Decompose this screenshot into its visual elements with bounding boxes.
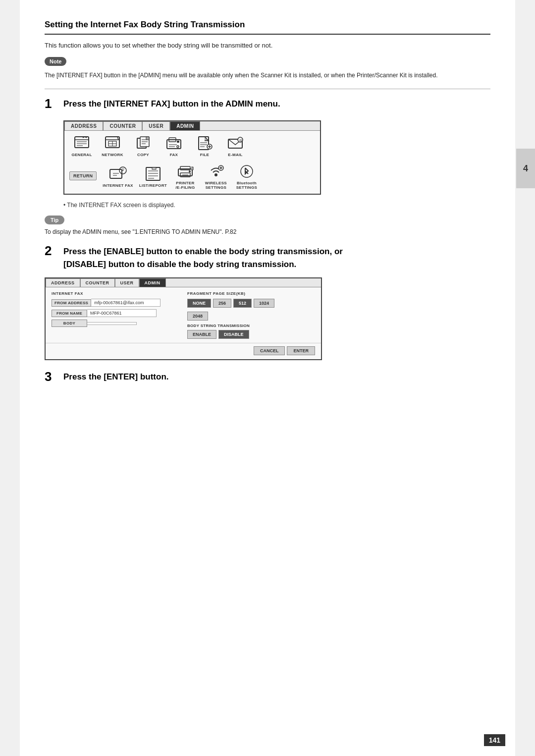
step-3: 3 Press the [ENTER] button. [45, 371, 490, 384]
icon-copy[interactable]: COPY [131, 135, 156, 157]
ifax-tabs: ADDRESS COUNTER USER ADMIN [46, 278, 321, 287]
icon-internet-fax-label: INTERNET FAX [103, 183, 133, 188]
ifax-tab-admin[interactable]: ADMIN [139, 278, 166, 287]
icon-fax[interactable]: FAX [161, 135, 186, 157]
frag-btn-512[interactable]: 512 [233, 299, 252, 308]
ifax-from-address-label: FROM ADDRESS [52, 299, 91, 307]
section-divider [45, 89, 490, 89]
icon-return[interactable]: RETURN [69, 171, 97, 181]
step-1-text: Press the [INTERNET FAX] button in the A… [63, 98, 280, 110]
step-2-number: 2 [45, 243, 56, 259]
side-tab: 4 [516, 149, 535, 188]
fragment-buttons: NONE 256 512 1024 [187, 299, 315, 308]
intro-text: This function allows you to set whether … [45, 42, 490, 49]
tab-counter[interactable]: COUNTER [103, 121, 142, 130]
ifax-left: INTERNET FAX FROM ADDRESS mfp-00c67861@i… [52, 291, 179, 339]
svg-rect-0 [75, 137, 89, 148]
icon-general[interactable]: GENERAL [69, 135, 94, 157]
icon-copy-label: COPY [137, 153, 149, 157]
icon-list-report-label: LIST/REPORT [139, 183, 167, 188]
svg-point-20 [177, 146, 179, 148]
ifax-from-name-row: FROM NAME MFP-00C67861 [52, 309, 179, 317]
icon-bluetooth[interactable]: BluetoothSETTINGS [234, 163, 259, 190]
frag-btn-1024[interactable]: 1024 [254, 299, 274, 308]
step-3-text: Press the [ENTER] button. [63, 371, 169, 383]
return-button[interactable]: RETURN [69, 171, 97, 180]
tip-badge: Tip [45, 216, 64, 224]
svg-rect-17 [177, 141, 179, 143]
ifax-fragment-label: FRAGMENT PAGE SIZE(KB) [187, 291, 315, 296]
step-2: 2 Press the [ENABLE] button to enable th… [45, 245, 490, 270]
icon-fax-label: FAX [170, 153, 178, 157]
step-3-number: 3 [45, 369, 56, 384]
svg-rect-40 [152, 167, 156, 169]
frag-btn-256[interactable]: 256 [213, 299, 231, 308]
svg-text:@: @ [239, 139, 242, 142]
body-string-buttons: ENABLE DISABLE [187, 330, 315, 339]
icon-wireless[interactable]: WIRELESSSETTINGS [204, 163, 228, 190]
tip-box: Tip [45, 215, 490, 224]
tab-address[interactable]: ADDRESS [64, 121, 103, 130]
step-1: 1 Press the [INTERNET FAX] button in the… [45, 98, 490, 111]
ifax-body-row: BODY [52, 320, 179, 327]
ifax-body-label: BODY [52, 320, 87, 327]
admin-tabs: ADDRESS COUNTER USER ADMIN [64, 121, 320, 131]
admin-icons-row2: RETURN INTERNET FAX LIST/REPORT [64, 161, 320, 194]
icon-bluetooth-label: BluetoothSETTINGS [236, 181, 257, 190]
internet-fax-screen: ADDRESS COUNTER USER ADMIN INTERNET FAX … [45, 277, 322, 360]
icon-wireless-label: WIRELESSSETTINGS [205, 181, 227, 190]
tab-admin[interactable]: ADMIN [170, 121, 200, 130]
ifax-right: FRAGMENT PAGE SIZE(KB) NONE 256 512 1024… [187, 291, 315, 339]
step-2-text-line2: [DISABLE] button to disable the body str… [63, 258, 343, 271]
page-number: 141 [484, 734, 505, 746]
note-badge: Note [45, 57, 66, 66]
svg-point-45 [214, 173, 217, 176]
ifax-bottom-buttons: CANCEL ENTER [46, 343, 321, 359]
ifax-body-value [87, 322, 137, 325]
ifax-tab-counter[interactable]: COUNTER [80, 278, 115, 287]
tip-text: To display the ADMIN menu, see "1.ENTERI… [45, 227, 490, 236]
ifax-body: INTERNET FAX FROM ADDRESS mfp-00c67861@i… [46, 287, 321, 343]
icon-email-label: E-MAIL [228, 153, 242, 157]
tab-user[interactable]: USER [142, 121, 170, 130]
icon-network-label: NETWORK [102, 153, 123, 157]
icon-file[interactable]: FILE [192, 135, 217, 157]
bstr-btn-disable[interactable]: DISABLE [218, 330, 249, 339]
ifax-from-name-value: MFP-00C67861 [87, 309, 157, 317]
icon-email[interactable]: @ E-MAIL [223, 135, 248, 157]
icon-general-label: GENERAL [71, 153, 92, 157]
ifax-tab-user[interactable]: USER [115, 278, 139, 287]
ifax-from-address-value: mfp-00c67861@ifax.com [91, 299, 160, 307]
step1-bullet: • The INTERNET FAX screen is displayed. [63, 202, 490, 209]
step-2-text-line1: Press the [ENABLE] button to enable the … [63, 245, 343, 258]
page-container: 4 Setting the Internet Fax Body String T… [20, 0, 515, 756]
ifax-section-label: INTERNET FAX [52, 291, 179, 296]
icon-printer-efiling-label: PRINTER/E-FILING [175, 181, 195, 190]
section-title: Setting the Internet Fax Body String Tra… [45, 20, 490, 35]
icon-printer-efiling[interactable]: PRINTER/E-FILING [173, 163, 198, 190]
icon-list-report[interactable]: LIST/REPORT [139, 165, 167, 188]
ifax-from-address-row: FROM ADDRESS mfp-00c67861@ifax.com [52, 299, 179, 307]
svg-point-44 [189, 170, 191, 172]
note-text: The [INTERNET FAX] button in the [ADMIN]… [45, 71, 490, 80]
icon-internet-fax[interactable]: INTERNET FAX [103, 165, 133, 188]
bstr-btn-enable[interactable]: ENABLE [187, 330, 216, 339]
note-box: Note [45, 56, 490, 66]
svg-rect-31 [110, 169, 122, 178]
step-1-number: 1 [45, 96, 56, 111]
frag-btn-2048[interactable]: 2048 [187, 312, 208, 321]
ifax-tab-address[interactable]: ADDRESS [46, 278, 80, 287]
admin-screen-step1: ADDRESS COUNTER USER ADMIN GENERAL NETWO… [63, 120, 321, 195]
body-string-label: BODY STRING TRANSMISSION [187, 324, 315, 328]
icon-network[interactable]: NETWORK [100, 135, 125, 157]
enter-button[interactable]: ENTER [287, 346, 315, 355]
admin-icons-row1: GENERAL NETWORK COPY FAX [64, 131, 320, 161]
frag-btn-none[interactable]: NONE [187, 299, 211, 308]
ifax-from-name-label: FROM NAME [52, 310, 87, 317]
icon-file-label: FILE [200, 153, 210, 157]
cancel-button[interactable]: CANCEL [254, 346, 285, 355]
svg-point-49 [241, 165, 253, 177]
